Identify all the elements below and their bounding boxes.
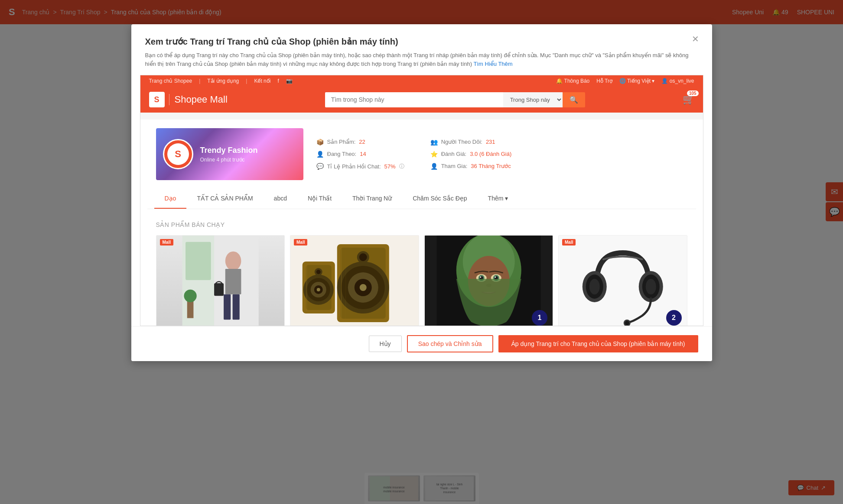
svg-rect-8 — [232, 294, 239, 320]
speakers-svg — [290, 236, 419, 326]
tab-dao[interactable]: Dạo — [154, 189, 187, 209]
topbar-app[interactable]: Tải ứng dụng — [207, 78, 239, 84]
product-card-3[interactable]: Mall — [424, 235, 553, 326]
tab-thoi-trang[interactable]: Thời Trang Nữ — [342, 189, 402, 209]
svg-point-5 — [225, 252, 241, 271]
topbar-connect[interactable]: Kết nối — [254, 78, 270, 84]
response-value: 57% — [384, 163, 396, 170]
shop-avatar-inner: S — [167, 143, 189, 165]
rating-icon: ⭐ — [430, 151, 438, 158]
tab-cham-soc[interactable]: Chăm Sóc Sắc Đẹp — [402, 189, 477, 209]
svg-rect-9 — [214, 283, 224, 296]
svg-point-28 — [316, 270, 321, 274]
stat-joined: 👤 Tham Gia: 36 Tháng Trước — [430, 163, 512, 170]
topbar-notification[interactable]: 🔔 Thông Báo — [556, 78, 589, 84]
svg-point-53 — [625, 321, 629, 325]
rating-value: 3.0 (6 Đánh Giá) — [470, 151, 511, 157]
modal-header: Xem trước Trang trí Trang chủ của Shop (… — [131, 24, 712, 75]
stat-following: 👤 Đang Theo: 14 — [316, 151, 404, 158]
shopee-topbar-right: 🔔 Thông Báo Hỗ Trợ 🌐 Tiếng Việt ▾ 👤 os_v… — [556, 78, 694, 84]
svg-point-51 — [646, 279, 656, 294]
product-card-4[interactable]: Mall — [558, 235, 687, 326]
shop-stats-col-left: 📦 Sản Phẩm: 22 👤 Đang Theo: 14 💬 Tỉ Lệ P… — [316, 139, 404, 170]
product-card-2[interactable]: Mall — [290, 235, 419, 326]
shop-avatar-icon: S — [175, 149, 181, 160]
shopee-search-bar: Trong Shop này 🔍 — [325, 92, 585, 107]
fashion-svg — [156, 236, 285, 326]
products-grid: Mall — [156, 235, 687, 326]
joined-icon: 👤 — [430, 163, 438, 170]
shopee-logo-text: Shopee Mall — [169, 94, 228, 105]
followers-value: 231 — [486, 139, 495, 145]
mall-badge-1: Mall — [160, 239, 173, 246]
svg-rect-7 — [224, 294, 231, 320]
number-badge-1: 1 — [532, 310, 547, 326]
shop-banner: S Trendy Fashion Online 4 phút trước 📦 S… — [147, 120, 696, 189]
shopee-logo-icon: S — [149, 92, 165, 107]
topbar-help[interactable]: Hỗ Trợ — [596, 78, 612, 84]
product-card-1[interactable]: Mall — [156, 235, 285, 326]
shop-online-status: Online 4 phút trước — [200, 157, 258, 163]
shopee-topbar-left: Trang chủ Shopee | Tải ứng dụng | Kết nố… — [149, 78, 293, 84]
joined-label: Tham Gia: — [441, 163, 468, 169]
mall-badge-4: Mall — [562, 239, 576, 246]
shop-name: Trendy Fashion — [200, 146, 258, 155]
joined-value: 36 Tháng Trước — [471, 163, 511, 169]
rating-label: Đánh Giá: — [441, 151, 467, 157]
shopee-logo: S Shopee Mall — [149, 92, 228, 107]
category-tabs: Dạo TẤT CẢ SẢN PHẨM abcd Nội Thất Thời T… — [147, 189, 696, 209]
shopee-search-button[interactable]: 🔍 — [563, 92, 585, 107]
bestseller-title: SẢN PHẨM BÁN CHẠY — [156, 221, 687, 228]
shopee-search-scope[interactable]: Trong Shop này — [503, 92, 563, 107]
shop-stats-col-right: 👥 Người Theo Dõi: 231 ⭐ Đánh Giá: 3.0 (6… — [430, 139, 512, 170]
tab-abcd[interactable]: abcd — [264, 189, 297, 209]
topbar-home[interactable]: Trang chủ Shopee — [149, 78, 192, 84]
svg-rect-6 — [225, 269, 241, 294]
facebook-icon: f — [277, 78, 279, 84]
shopee-search-input[interactable] — [325, 92, 503, 107]
products-section: SẢN PHẨM BÁN CHẠY Mall — [147, 213, 696, 326]
apply-button[interactable]: Áp dụng Trang trí cho Trang chủ của Shop… — [498, 335, 698, 352]
following-value: 14 — [360, 151, 366, 157]
preview-area[interactable]: Trang chủ Shopee | Tải ứng dụng | Kết nố… — [140, 75, 703, 326]
svg-point-48 — [589, 279, 600, 294]
product-image-fashion — [156, 236, 285, 326]
response-label: Tỉ Lệ Phản Hồi Chat: — [327, 163, 381, 170]
shop-stats: 📦 Sản Phẩm: 22 👤 Đang Theo: 14 💬 Tỉ Lệ P… — [303, 130, 687, 179]
stat-response-rate: 💬 Tỉ Lệ Phản Hồi Chat: 57% ⓘ — [316, 163, 404, 170]
product-image-speakers — [290, 236, 419, 326]
following-label: Đang Theo: — [327, 151, 357, 157]
topbar-user[interactable]: 👤 os_vn_live — [661, 78, 694, 84]
products-value: 22 — [359, 139, 365, 145]
modal-description: Bạn có thể áp dụng Trang trí này cho Tra… — [145, 51, 698, 68]
cart-badge: 105 — [687, 90, 699, 96]
stat-followers: 👥 Người Theo Dõi: 231 — [430, 139, 512, 145]
shop-banner-background: S Trendy Fashion Online 4 phút trước — [156, 128, 303, 180]
learn-more-link[interactable]: Tìm Hiểu Thêm — [474, 61, 513, 67]
products-icon: 📦 — [316, 139, 324, 145]
chat-icon: 💬 — [316, 163, 324, 170]
shopee-preview-content: Trang chủ Shopee | Tải ứng dụng | Kết nố… — [140, 75, 703, 326]
tab-noi-that[interactable]: Nội Thất — [297, 189, 342, 209]
spacer — [140, 113, 703, 120]
topbar-language[interactable]: 🌐 Tiếng Việt ▾ — [619, 78, 655, 84]
cancel-button[interactable]: Hủy — [369, 336, 402, 352]
shopee-cart[interactable]: 🛒 105 — [683, 94, 694, 105]
stat-rating: ⭐ Đánh Giá: 3.0 (6 Đánh Giá) — [430, 151, 512, 158]
svg-point-26 — [317, 288, 320, 291]
following-icon: 👤 — [316, 151, 324, 158]
number-badge-2: 2 — [666, 310, 682, 326]
svg-rect-2 — [186, 242, 211, 280]
shop-name-block: Trendy Fashion Online 4 phút trước — [200, 146, 258, 163]
close-button[interactable]: ✕ — [690, 33, 702, 45]
tab-all-products[interactable]: TẤT CẢ SẢN PHẨM — [186, 189, 263, 209]
svg-point-4 — [184, 290, 196, 302]
shopee-top-bar: Trang chủ Shopee | Tải ứng dụng | Kết nố… — [140, 75, 703, 87]
tab-more[interactable]: Thêm ▾ — [478, 189, 519, 209]
followers-label: Người Theo Dõi: — [441, 139, 482, 145]
followers-icon: 👥 — [430, 139, 438, 145]
products-label: Sản Phẩm: — [327, 139, 356, 145]
copy-edit-button[interactable]: Sao chép và Chỉnh sửa — [407, 335, 493, 352]
info-icon: ⓘ — [399, 163, 404, 170]
svg-point-43 — [495, 277, 496, 278]
